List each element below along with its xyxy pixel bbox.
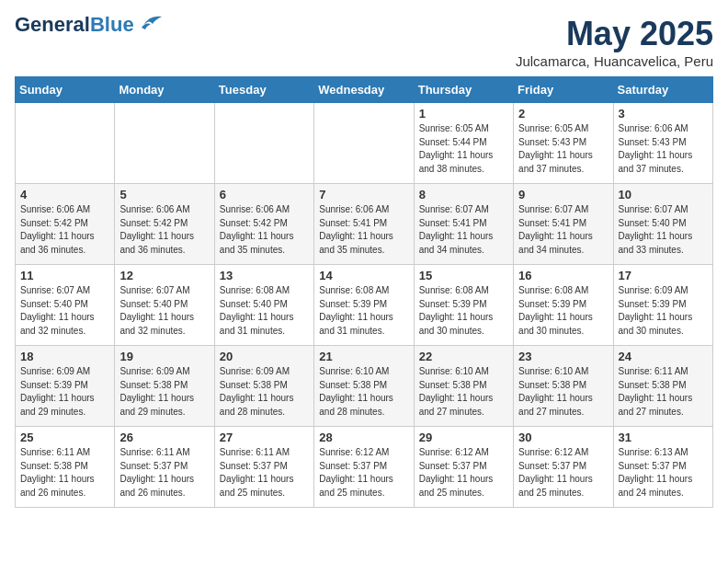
- day-info: Sunrise: 6:07 AM Sunset: 5:41 PM Dayligh…: [518, 203, 608, 257]
- table-row: [214, 103, 313, 184]
- table-row: 31Sunrise: 6:13 AM Sunset: 5:37 PM Dayli…: [613, 427, 712, 508]
- calendar-week-row: 11Sunrise: 6:07 AM Sunset: 5:40 PM Dayli…: [16, 265, 713, 346]
- day-number: 16: [518, 269, 608, 282]
- table-row: 16Sunrise: 6:08 AM Sunset: 5:39 PM Dayli…: [514, 265, 613, 346]
- location-subtitle: Julcamarca, Huancavelica, Peru: [516, 53, 713, 69]
- day-info: Sunrise: 6:07 AM Sunset: 5:40 PM Dayligh…: [119, 284, 209, 338]
- day-info: Sunrise: 6:10 AM Sunset: 5:38 PM Dayligh…: [419, 365, 508, 419]
- table-row: 10Sunrise: 6:07 AM Sunset: 5:40 PM Dayli…: [613, 184, 712, 265]
- table-row: 12Sunrise: 6:07 AM Sunset: 5:40 PM Dayli…: [115, 265, 214, 346]
- table-row: 3Sunrise: 6:06 AM Sunset: 5:43 PM Daylig…: [613, 103, 712, 184]
- day-info: Sunrise: 6:09 AM Sunset: 5:39 PM Dayligh…: [619, 284, 708, 338]
- table-row: 20Sunrise: 6:09 AM Sunset: 5:38 PM Dayli…: [214, 346, 313, 427]
- day-info: Sunrise: 6:08 AM Sunset: 5:39 PM Dayligh…: [319, 284, 408, 338]
- day-number: 1: [419, 107, 508, 121]
- logo-text: GeneralBlue: [15, 15, 134, 35]
- day-info: Sunrise: 6:07 AM Sunset: 5:41 PM Dayligh…: [419, 203, 508, 257]
- day-info: Sunrise: 6:07 AM Sunset: 5:40 PM Dayligh…: [20, 284, 109, 338]
- day-info: Sunrise: 6:08 AM Sunset: 5:39 PM Dayligh…: [518, 284, 608, 338]
- calendar-table: Sunday Monday Tuesday Wednesday Thursday…: [15, 76, 713, 508]
- day-number: 14: [319, 269, 408, 282]
- day-number: 25: [20, 431, 109, 444]
- month-year-title: May 2025: [516, 15, 713, 53]
- day-number: 4: [20, 188, 109, 201]
- col-sunday: Sunday: [16, 77, 115, 103]
- col-monday: Monday: [115, 77, 214, 103]
- table-row: 14Sunrise: 6:08 AM Sunset: 5:39 PM Dayli…: [314, 265, 414, 346]
- day-number: 7: [319, 188, 408, 201]
- day-number: 15: [419, 269, 508, 282]
- day-number: 6: [220, 188, 309, 201]
- day-info: Sunrise: 6:11 AM Sunset: 5:37 PM Dayligh…: [119, 446, 209, 500]
- day-number: 20: [220, 350, 309, 363]
- table-row: [115, 103, 214, 184]
- day-number: 27: [220, 431, 309, 444]
- table-row: 11Sunrise: 6:07 AM Sunset: 5:40 PM Dayli…: [16, 265, 115, 346]
- day-number: 30: [518, 431, 608, 444]
- table-row: 8Sunrise: 6:07 AM Sunset: 5:41 PM Daylig…: [414, 184, 513, 265]
- day-number: 12: [119, 269, 209, 282]
- table-row: 9Sunrise: 6:07 AM Sunset: 5:41 PM Daylig…: [514, 184, 613, 265]
- table-row: 22Sunrise: 6:10 AM Sunset: 5:38 PM Dayli…: [414, 346, 513, 427]
- day-number: 29: [419, 431, 508, 444]
- day-number: 2: [518, 107, 608, 121]
- day-number: 19: [119, 350, 209, 363]
- day-info: Sunrise: 6:09 AM Sunset: 5:38 PM Dayligh…: [119, 365, 209, 419]
- day-number: 26: [119, 431, 209, 444]
- day-info: Sunrise: 6:11 AM Sunset: 5:38 PM Dayligh…: [619, 365, 708, 419]
- day-info: Sunrise: 6:05 AM Sunset: 5:43 PM Dayligh…: [518, 122, 608, 176]
- day-info: Sunrise: 6:13 AM Sunset: 5:37 PM Dayligh…: [619, 446, 708, 500]
- logo-blue: Blue: [90, 13, 134, 36]
- day-info: Sunrise: 6:06 AM Sunset: 5:42 PM Dayligh…: [220, 203, 309, 257]
- table-row: 29Sunrise: 6:12 AM Sunset: 5:37 PM Dayli…: [414, 427, 513, 508]
- calendar-header-row: Sunday Monday Tuesday Wednesday Thursday…: [16, 77, 713, 103]
- day-info: Sunrise: 6:08 AM Sunset: 5:39 PM Dayligh…: [419, 284, 508, 338]
- day-info: Sunrise: 6:10 AM Sunset: 5:38 PM Dayligh…: [319, 365, 408, 419]
- day-number: 9: [518, 188, 608, 201]
- day-info: Sunrise: 6:09 AM Sunset: 5:38 PM Dayligh…: [220, 365, 309, 419]
- day-number: 8: [419, 188, 508, 201]
- day-info: Sunrise: 6:05 AM Sunset: 5:44 PM Dayligh…: [419, 122, 508, 176]
- logo-bird-icon: [136, 13, 162, 33]
- col-friday: Friday: [514, 77, 613, 103]
- day-info: Sunrise: 6:12 AM Sunset: 5:37 PM Dayligh…: [419, 446, 508, 500]
- table-row: 19Sunrise: 6:09 AM Sunset: 5:38 PM Dayli…: [115, 346, 214, 427]
- col-wednesday: Wednesday: [314, 77, 414, 103]
- table-row: 13Sunrise: 6:08 AM Sunset: 5:40 PM Dayli…: [214, 265, 313, 346]
- table-row: 1Sunrise: 6:05 AM Sunset: 5:44 PM Daylig…: [414, 103, 513, 184]
- table-row: 18Sunrise: 6:09 AM Sunset: 5:39 PM Dayli…: [16, 346, 115, 427]
- day-info: Sunrise: 6:08 AM Sunset: 5:40 PM Dayligh…: [220, 284, 309, 338]
- table-row: [314, 103, 414, 184]
- page-header: GeneralBlue May 2025 Julcamarca, Huancav…: [15, 15, 713, 69]
- day-info: Sunrise: 6:06 AM Sunset: 5:41 PM Dayligh…: [319, 203, 408, 257]
- col-thursday: Thursday: [414, 77, 513, 103]
- day-info: Sunrise: 6:07 AM Sunset: 5:40 PM Dayligh…: [619, 203, 708, 257]
- calendar-week-row: 4Sunrise: 6:06 AM Sunset: 5:42 PM Daylig…: [16, 184, 713, 265]
- day-info: Sunrise: 6:06 AM Sunset: 5:43 PM Dayligh…: [619, 122, 708, 176]
- logo: GeneralBlue: [15, 15, 162, 35]
- calendar-week-row: 18Sunrise: 6:09 AM Sunset: 5:39 PM Dayli…: [16, 346, 713, 427]
- day-number: 22: [419, 350, 508, 363]
- day-number: 5: [119, 188, 209, 201]
- day-info: Sunrise: 6:10 AM Sunset: 5:38 PM Dayligh…: [518, 365, 608, 419]
- calendar-week-row: 1Sunrise: 6:05 AM Sunset: 5:44 PM Daylig…: [16, 103, 713, 184]
- day-number: 31: [619, 431, 708, 444]
- table-row: 17Sunrise: 6:09 AM Sunset: 5:39 PM Dayli…: [613, 265, 712, 346]
- day-number: 11: [20, 269, 109, 282]
- table-row: 7Sunrise: 6:06 AM Sunset: 5:41 PM Daylig…: [314, 184, 414, 265]
- table-row: 26Sunrise: 6:11 AM Sunset: 5:37 PM Dayli…: [115, 427, 214, 508]
- day-info: Sunrise: 6:09 AM Sunset: 5:39 PM Dayligh…: [20, 365, 109, 419]
- table-row: 25Sunrise: 6:11 AM Sunset: 5:38 PM Dayli…: [16, 427, 115, 508]
- day-info: Sunrise: 6:06 AM Sunset: 5:42 PM Dayligh…: [20, 203, 109, 257]
- table-row: 24Sunrise: 6:11 AM Sunset: 5:38 PM Dayli…: [613, 346, 712, 427]
- day-number: 24: [619, 350, 708, 363]
- day-info: Sunrise: 6:12 AM Sunset: 5:37 PM Dayligh…: [518, 446, 608, 500]
- calendar-week-row: 25Sunrise: 6:11 AM Sunset: 5:38 PM Dayli…: [16, 427, 713, 508]
- day-info: Sunrise: 6:11 AM Sunset: 5:38 PM Dayligh…: [20, 446, 109, 500]
- day-number: 17: [619, 269, 708, 282]
- table-row: 23Sunrise: 6:10 AM Sunset: 5:38 PM Dayli…: [514, 346, 613, 427]
- day-info: Sunrise: 6:06 AM Sunset: 5:42 PM Dayligh…: [119, 203, 209, 257]
- table-row: 15Sunrise: 6:08 AM Sunset: 5:39 PM Dayli…: [414, 265, 513, 346]
- table-row: 28Sunrise: 6:12 AM Sunset: 5:37 PM Dayli…: [314, 427, 414, 508]
- day-number: 23: [518, 350, 608, 363]
